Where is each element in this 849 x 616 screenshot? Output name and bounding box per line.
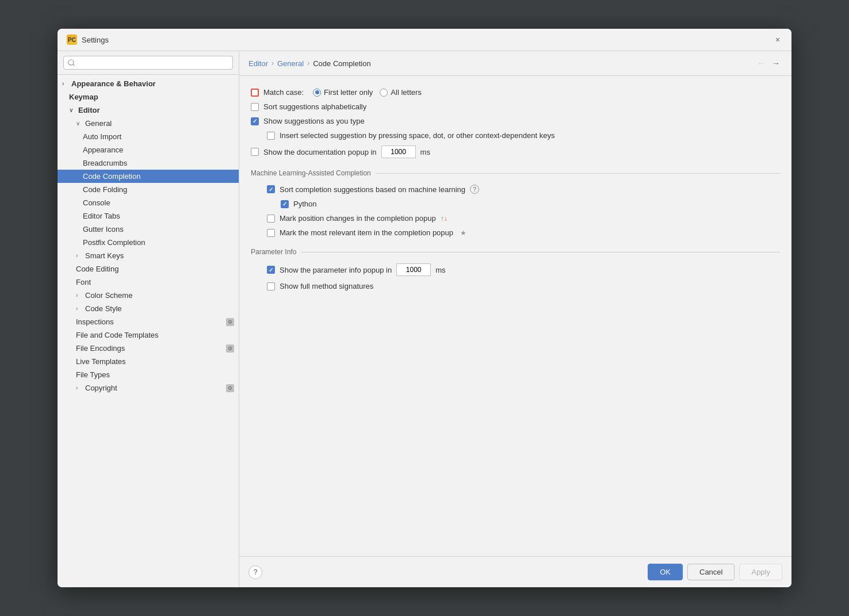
search-input[interactable] <box>63 56 233 70</box>
show-doc-popup-label: Show the documentation popup in <box>263 148 377 156</box>
sidebar-item-font[interactable]: Font <box>58 276 239 289</box>
sidebar-item-label: Code Style <box>85 304 122 313</box>
match-case-radio-group: First letter only All letters <box>313 88 422 97</box>
sort-ml-label: Sort completion suggestions based on mac… <box>280 185 465 194</box>
sidebar-item-breadcrumbs[interactable]: Breadcrumbs <box>58 156 239 170</box>
ml-section-divider: Machine Learning-Assisted Completion <box>251 169 780 177</box>
sidebar-item-live-templates[interactable]: Live Templates <box>58 355 239 368</box>
sidebar-item-color-scheme[interactable]: › Color Scheme <box>58 289 239 302</box>
sidebar-item-keymap[interactable]: Keymap <box>58 90 239 104</box>
sidebar-item-label: General <box>85 119 112 128</box>
sidebar-item-code-completion[interactable]: Code Completion <box>58 170 239 183</box>
sidebar-item-console[interactable]: Console <box>58 196 239 209</box>
dialog-body: › Appearance & Behavior Keymap ∨ Editor … <box>58 51 791 587</box>
sidebar-item-code-style[interactable]: › Code Style <box>58 302 239 315</box>
sidebar-item-editor-tabs[interactable]: Editor Tabs <box>58 209 239 223</box>
sidebar-item-label: Auto Import <box>83 132 121 141</box>
ml-section-label: Machine Learning-Assisted Completion <box>251 169 371 177</box>
chevron-icon: ∨ <box>69 107 76 113</box>
main-panel: Editor › General › Code Completion ← → M… <box>239 51 791 587</box>
param-popup-value-input[interactable] <box>396 263 431 276</box>
sidebar-item-label: Live Templates <box>76 357 125 366</box>
insert-suggestion-row: Insert selected suggestion by pressing s… <box>251 128 780 143</box>
show-suggestions-checkbox[interactable] <box>251 117 259 125</box>
mark-position-row: Mark position changes in the completion … <box>251 211 780 225</box>
show-param-label: Show the parameter info popup in <box>280 266 392 274</box>
sidebar-item-label: Console <box>83 198 110 207</box>
settings-dialog: PC Settings × › Appearance & Behavior Ke… <box>58 29 791 587</box>
chevron-icon: › <box>62 81 69 87</box>
sidebar-item-gutter-icons[interactable]: Gutter Icons <box>58 223 239 236</box>
nav-back-button[interactable]: ← <box>755 57 767 70</box>
ml-divider-line <box>376 173 780 174</box>
sidebar-item-code-folding[interactable]: Code Folding <box>58 183 239 196</box>
doc-popup-value-input[interactable] <box>381 146 416 158</box>
mark-relevant-row: Mark the most relevant item in the compl… <box>251 225 780 240</box>
python-label: Python <box>293 200 316 208</box>
match-case-checkbox[interactable] <box>251 89 259 97</box>
radio-label-first: First letter only <box>324 88 373 97</box>
nav-forward-button[interactable]: → <box>770 57 782 70</box>
sort-ml-row: Sort completion suggestions based on mac… <box>251 182 780 197</box>
sidebar-item-inspections[interactable]: Inspections ⚙ <box>58 315 239 328</box>
sidebar-item-smart-keys[interactable]: › Smart Keys <box>58 249 239 262</box>
mark-relevant-checkbox[interactable] <box>267 229 275 237</box>
sort-ml-checkbox[interactable] <box>267 185 275 193</box>
mark-relevant-label: Mark the most relevant item in the compl… <box>280 228 453 237</box>
settings-badge: ⚙ <box>226 384 234 392</box>
radio-btn-first[interactable] <box>313 89 321 97</box>
sort-alphabetically-checkbox[interactable] <box>251 103 259 111</box>
sidebar-item-appearance[interactable]: Appearance <box>58 143 239 156</box>
chevron-icon: › <box>76 305 83 312</box>
radio-first-letter[interactable]: First letter only <box>313 88 373 97</box>
help-button[interactable]: ? <box>248 565 262 579</box>
insert-suggestion-label: Insert selected suggestion by pressing s… <box>280 131 554 140</box>
sidebar-item-label: Code Editing <box>76 265 118 273</box>
chevron-icon: › <box>76 292 83 299</box>
sidebar-item-editor[interactable]: ∨ Editor <box>58 104 239 117</box>
sidebar-item-file-code-templates[interactable]: File and Code Templates <box>58 328 239 342</box>
sidebar-tree: › Appearance & Behavior Keymap ∨ Editor … <box>58 75 239 587</box>
sidebar-item-label: Code Completion <box>83 172 140 181</box>
param-section-label: Parameter Info <box>251 248 296 256</box>
show-doc-popup-row: Show the documentation popup in ms <box>251 143 780 161</box>
radio-btn-all[interactable] <box>380 89 388 97</box>
cancel-button[interactable]: Cancel <box>687 564 735 580</box>
mark-position-label: Mark position changes in the completion … <box>280 214 436 223</box>
sidebar-item-copyright[interactable]: › Copyright ⚙ <box>58 381 239 395</box>
help-icon[interactable]: ? <box>470 185 479 194</box>
sidebar-item-postfix-completion[interactable]: Postfix Completion <box>58 236 239 249</box>
sidebar-item-auto-import[interactable]: Auto Import <box>58 130 239 143</box>
position-arrows: ↑ ↓ <box>441 215 448 223</box>
chevron-icon: › <box>76 252 83 259</box>
doc-popup-unit: ms <box>420 148 430 156</box>
match-case-label: Match case: <box>263 88 304 97</box>
sidebar-item-appearance-behavior[interactable]: › Appearance & Behavior <box>58 77 239 90</box>
sidebar-item-code-editing[interactable]: Code Editing <box>58 262 239 276</box>
sidebar-item-general[interactable]: ∨ General <box>58 117 239 130</box>
close-button[interactable]: × <box>773 35 782 44</box>
ok-button[interactable]: OK <box>648 564 683 580</box>
mark-position-checkbox[interactable] <box>267 215 275 223</box>
insert-suggestion-checkbox[interactable] <box>267 132 275 140</box>
apply-button[interactable]: Apply <box>739 564 782 580</box>
footer: ? OK Cancel Apply <box>239 556 791 587</box>
sidebar-item-label: Appearance & Behavior <box>71 79 156 88</box>
show-doc-popup-checkbox[interactable] <box>251 148 259 156</box>
show-param-checkbox[interactable] <box>267 266 275 274</box>
param-section-divider: Parameter Info <box>251 248 780 256</box>
sidebar-item-file-types[interactable]: File Types <box>58 368 239 381</box>
breadcrumb-editor[interactable]: Editor <box>248 59 268 68</box>
python-checkbox[interactable] <box>281 200 289 208</box>
sidebar-item-file-encodings[interactable]: File Encodings ⚙ <box>58 342 239 355</box>
radio-all-letters[interactable]: All letters <box>380 88 421 97</box>
settings-badge: ⚙ <box>226 318 234 326</box>
show-method-sig-label: Show full method signatures <box>280 282 373 290</box>
app-icon: PC <box>67 35 77 45</box>
arrow-down-icon: ↓ <box>444 215 448 223</box>
sort-alphabetically-row: Sort suggestions alphabetically <box>251 100 780 114</box>
sidebar-item-label: Inspections <box>76 317 114 326</box>
breadcrumb-general[interactable]: General <box>277 59 304 68</box>
show-method-sig-checkbox[interactable] <box>267 282 275 290</box>
match-case-row: Match case: First letter only All letter… <box>251 85 780 100</box>
